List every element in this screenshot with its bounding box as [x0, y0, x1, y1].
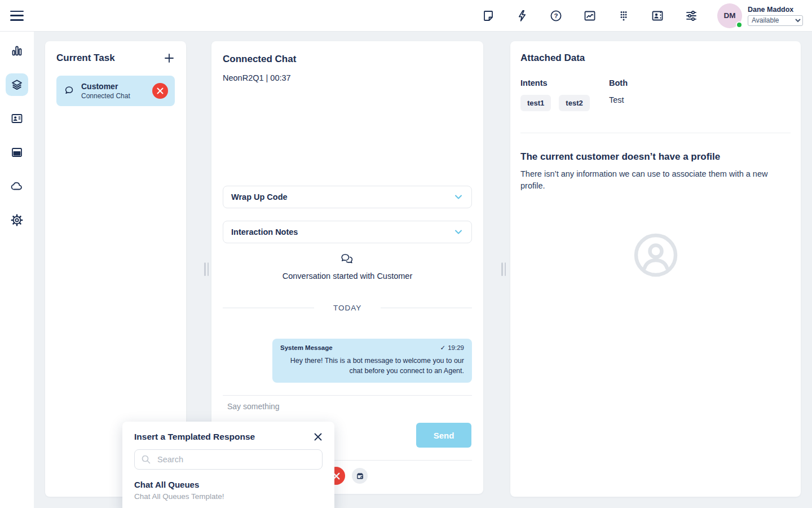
rail-item-contacts[interactable]	[6, 107, 28, 130]
current-task-title: Current Task	[56, 52, 115, 64]
both-label: Both	[609, 78, 791, 87]
intent-chip: test2	[559, 95, 589, 111]
search-icon	[141, 454, 151, 465]
both-value: Test	[609, 95, 791, 104]
top-bar: ? DM Dane Maddox Available	[0, 0, 812, 32]
message-sender: System Message	[280, 344, 333, 351]
svg-text:?: ?	[554, 12, 558, 19]
send-button[interactable]: Send	[416, 423, 471, 448]
template-name: Chat All Queues	[134, 480, 323, 489]
preferences-sliders-icon[interactable]	[685, 9, 698, 23]
no-profile-heading: The current customer doesn’t have a prof…	[520, 151, 791, 163]
add-task-button[interactable]	[164, 52, 175, 64]
user-name: Dane Maddox	[748, 6, 803, 14]
help-icon[interactable]: ?	[549, 9, 563, 23]
attached-data-title: Attached Data	[520, 52, 791, 64]
activity-bars-icon	[10, 44, 24, 58]
interaction-notes-dropdown[interactable]: Interaction Notes	[223, 221, 472, 243]
message-meta: ✓ 19:29	[440, 344, 464, 352]
day-divider: TODAY	[223, 304, 472, 312]
profile-placeholder-icon	[633, 233, 678, 278]
user-block: DM Dane Maddox Available	[717, 3, 803, 28]
rail-item-interactions[interactable]	[6, 73, 28, 96]
intent-chip: test1	[520, 95, 551, 111]
conversation-bubbles-icon	[339, 253, 355, 266]
templated-response-button[interactable]	[352, 468, 368, 484]
task-item-customer[interactable]: Customer Connected Chat	[56, 76, 175, 106]
delivered-check-icon: ✓	[440, 344, 446, 352]
rail-item-activity[interactable]	[6, 40, 28, 62]
task-type: Connected Chat	[81, 92, 152, 100]
directory-card-icon[interactable]	[651, 9, 664, 23]
settings-gear-icon	[10, 213, 24, 227]
popup-title: Insert a Templated Response	[134, 432, 255, 442]
chat-title: Connected Chat	[223, 54, 296, 65]
intents-label: Intents	[520, 78, 609, 87]
topbar-icon-group: ?	[482, 9, 698, 23]
day-divider-label: TODAY	[333, 304, 361, 312]
cloud-icon	[10, 179, 24, 193]
chevron-down-icon	[453, 227, 464, 237]
performance-chart-icon[interactable]	[583, 9, 597, 23]
chat-bubble-icon	[63, 85, 76, 97]
close-icon	[157, 87, 164, 94]
apps-window-icon	[10, 146, 24, 159]
lightning-icon[interactable]	[515, 9, 529, 23]
wrap-up-code-label: Wrap Up Code	[231, 192, 288, 202]
avatar[interactable]: DM	[717, 3, 742, 28]
plus-icon	[164, 52, 175, 64]
conversation-start-indicator: Conversation started with Customer	[211, 253, 483, 281]
conversation-start-text: Conversation started with Customer	[283, 271, 413, 281]
rail-item-apps[interactable]	[6, 141, 28, 164]
message-text: Hey there! This is a bot message to welc…	[280, 356, 464, 376]
close-icon[interactable]	[314, 432, 323, 441]
chevron-down-icon	[453, 192, 464, 202]
contacts-card-icon	[10, 112, 24, 125]
response-library-icon	[356, 472, 364, 480]
presence-dot	[736, 21, 743, 28]
attached-data-divider	[520, 133, 791, 133]
no-profile-text: There isn’t any information we can use t…	[520, 168, 785, 192]
attached-data-panel: Attached Data Intents test1 test2 Both T…	[510, 41, 801, 497]
task-name: Customer	[81, 82, 152, 91]
system-message-bubble: System Message ✓ 19:29 Hey there! This i…	[272, 339, 472, 383]
avatar-initials: DM	[724, 11, 736, 20]
templated-response-popup: Insert a Templated Response Chat All Que…	[122, 422, 334, 508]
template-description: Chat All Queues Template!	[134, 492, 323, 501]
wrap-up-code-dropdown[interactable]: Wrap Up Code	[223, 186, 472, 208]
interactions-layers-icon	[10, 78, 24, 91]
note-icon[interactable]	[482, 9, 495, 23]
rail-item-settings[interactable]	[6, 209, 28, 231]
template-list-item[interactable]: Chat All Queues Chat All Queues Template…	[134, 480, 323, 501]
panel-resize-handle-right[interactable]	[501, 262, 507, 276]
status-select[interactable]: Available	[748, 15, 803, 26]
hamburger-menu-icon[interactable]	[10, 11, 24, 21]
message-input[interactable]	[227, 399, 464, 414]
composer-divider	[223, 395, 472, 396]
chat-session-info: NeonR2Q1 | 00:37	[223, 73, 291, 82]
message-time: 19:29	[448, 344, 464, 351]
left-rail	[0, 32, 34, 508]
end-task-button[interactable]	[152, 83, 168, 99]
interaction-notes-label: Interaction Notes	[231, 227, 298, 237]
rail-item-cloud[interactable]	[6, 175, 28, 198]
template-search-input[interactable]	[134, 449, 323, 470]
dialpad-icon[interactable]	[617, 9, 630, 23]
panel-resize-handle-left[interactable]	[204, 262, 210, 276]
